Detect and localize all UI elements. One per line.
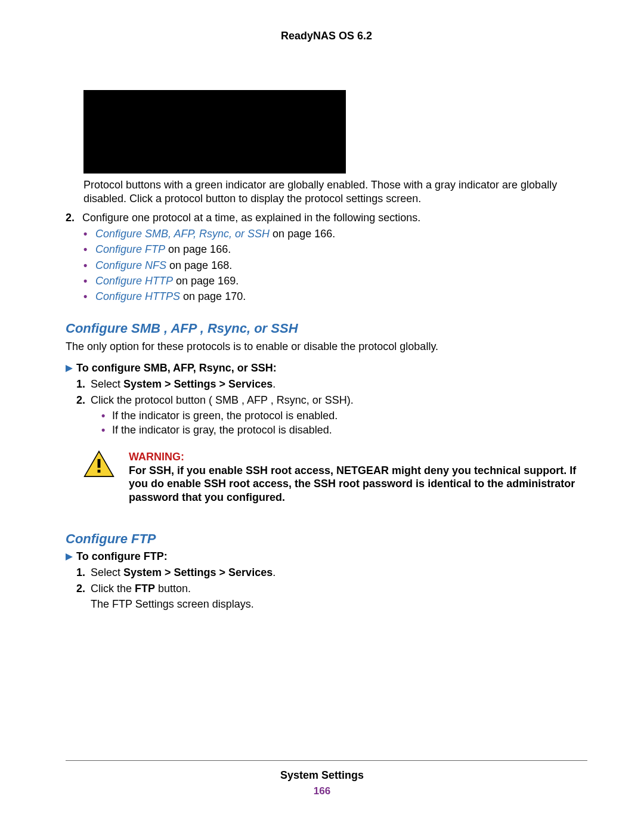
section-intro: The only option for these protocols is t… (66, 340, 587, 354)
cross-ref-link[interactable]: Configure FTP (95, 243, 165, 255)
cross-ref-suffix: on page 168. (166, 259, 232, 271)
cross-ref-suffix: on page 166. (165, 243, 231, 255)
sub-step-text: If the indicator is green, the protocol … (112, 410, 338, 422)
step-text-pre: Select (91, 566, 123, 578)
step-number: 2. (66, 211, 82, 225)
step-item: 2.Configure one protocol at a time, as e… (66, 211, 587, 225)
bullet-icon: • (83, 273, 95, 289)
list-item: •If the indicator is green, the protocol… (101, 408, 587, 423)
cross-ref-suffix: on page 170. (180, 290, 246, 302)
step-item: 1.Select System > Settings > Services. (76, 377, 587, 391)
step-list: 1.Select System > Settings > Services. 2… (76, 565, 587, 611)
task-heading: To configure SMB, AFP, Rsync, or SSH: (66, 362, 587, 374)
result-text: The FTP Settings screen displays. (91, 598, 254, 610)
cross-reference-list: •Configure SMB, AFP, Rsync, or SSH on pa… (83, 226, 587, 304)
step-text-bold: System > Settings > Services (123, 378, 273, 390)
bullet-icon: • (83, 258, 95, 273)
task-heading: To configure FTP: (66, 550, 587, 563)
cross-ref-link[interactable]: Configure SMB, AFP, Rsync, or SSH (95, 228, 270, 240)
step-list: 1.Select System > Settings > Services. 2… (76, 377, 587, 437)
step-text-pre: Click the (91, 583, 135, 594)
bullet-icon: • (83, 226, 95, 241)
svg-rect-2 (98, 470, 101, 473)
warning-title: WARNING: (129, 451, 184, 463)
list-item: •If the indicator is gray, the protocol … (101, 423, 587, 437)
triangle-icon (66, 365, 73, 372)
page-number: 166 (0, 785, 644, 797)
cross-ref-link[interactable]: Configure HTTP (95, 275, 173, 287)
step-number: 2. (76, 581, 91, 596)
sub-step-list: •If the indicator is green, the protocol… (101, 408, 587, 438)
list-item: •Configure HTTPS on page 170. (83, 289, 587, 304)
list-item: •Configure NFS on page 168. (83, 258, 587, 273)
bullet-icon: • (101, 408, 112, 423)
step-result: The FTP Settings screen displays. (91, 597, 587, 611)
step-text: Configure one protocol at a time, as exp… (82, 212, 420, 224)
cross-ref-suffix: on page 166. (270, 228, 335, 240)
triangle-icon (66, 553, 73, 561)
footer-divider (66, 760, 587, 761)
cross-ref-link[interactable]: Configure HTTPS (95, 290, 180, 302)
step-item: 1.Select System > Settings > Services. (76, 565, 587, 580)
task-title: To configure SMB, AFP, Rsync, or SSH: (76, 362, 277, 374)
step-text-pre: Select (91, 378, 123, 390)
cross-ref-suffix: on page 169. (173, 275, 239, 287)
screenshot-placeholder (83, 90, 346, 174)
step-text-bold: FTP (135, 583, 155, 594)
footer-section-title: System Settings (0, 769, 644, 782)
bullet-icon: • (83, 289, 95, 304)
section-heading: Configure SMB , AFP , Rsync, or SSH (66, 321, 587, 336)
task-title: To configure FTP: (76, 550, 168, 562)
step-number: 2. (76, 393, 91, 407)
step-text-post: . (273, 378, 275, 390)
step-number: 1. (76, 377, 91, 391)
list-item: •Configure HTTP on page 169. (83, 273, 587, 289)
step-text-bold: System > Settings > Services (123, 566, 273, 578)
warning-block: WARNING: For SSH, if you enable SSH root… (83, 450, 587, 504)
bullet-icon: • (101, 423, 112, 437)
warning-text: WARNING: For SSH, if you enable SSH root… (129, 450, 587, 504)
step-text-post: . (273, 566, 275, 578)
figure-caption: Protocol buttons with a green indicator … (83, 178, 587, 205)
warning-body: For SSH, if you enable SSH root access, … (129, 465, 576, 503)
list-item: •Configure FTP on page 166. (83, 241, 587, 257)
warning-icon (83, 450, 114, 504)
sub-step-text: If the indicator is gray, the protocol i… (112, 424, 332, 436)
document-page: ReadyNAS OS 6.2 Protocol buttons with a … (0, 0, 644, 833)
cross-ref-link[interactable]: Configure NFS (95, 259, 166, 271)
step-number: 1. (76, 565, 91, 580)
step-text: Click the protocol button ( SMB , AFP , … (91, 394, 354, 406)
svg-rect-1 (98, 459, 101, 468)
section-heading: Configure FTP (66, 531, 587, 547)
document-title: ReadyNAS OS 6.2 (66, 30, 587, 42)
page-footer: System Settings 166 (0, 760, 644, 797)
list-item: •Configure SMB, AFP, Rsync, or SSH on pa… (83, 226, 587, 241)
bullet-icon: • (83, 241, 95, 257)
step-text-post: button. (155, 583, 191, 594)
step-item: 2.Click the FTP button. (76, 581, 587, 596)
step-item: 2.Click the protocol button ( SMB , AFP … (76, 393, 587, 407)
